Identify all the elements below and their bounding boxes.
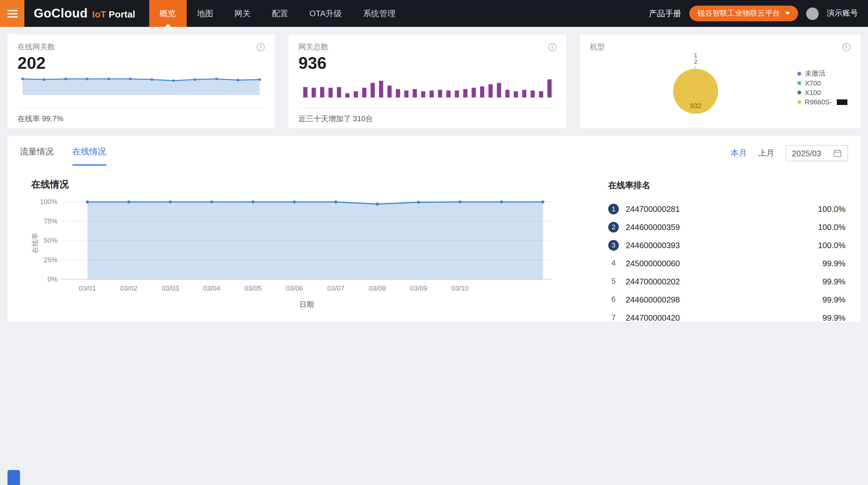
x-tick-label: 03/10: [452, 284, 469, 292]
spark-point: [107, 78, 110, 80]
nav-item-map[interactable]: 地图: [186, 0, 224, 27]
bar: [404, 90, 408, 97]
chart-point: [210, 200, 213, 203]
chart-point: [334, 200, 338, 203]
ranking-row: 624460000029899.9%: [608, 291, 845, 309]
spark-point: [215, 78, 218, 80]
main-content: 在线网关数 i 202 在线率 99.7% 网关总数 i 936 近三十天增加了…: [0, 27, 868, 330]
gateway-id: 244600000359: [626, 223, 680, 232]
x-tick-label: 03/08: [369, 284, 386, 292]
bar: [463, 89, 467, 97]
online-rate-ranking: 在线率排名 1244700000281100.0%224460000035910…: [608, 171, 845, 327]
legend-label: X100: [805, 89, 821, 96]
y-tick-label: 25%: [44, 256, 57, 264]
this-month-button[interactable]: 本月: [731, 147, 747, 159]
chart-point: [376, 202, 379, 206]
bar: [371, 83, 375, 97]
bar: [514, 91, 518, 97]
page-root: GoCloud IoT Portal 概览地图网关配置OTA升级系统管理 产品手…: [0, 0, 868, 485]
info-icon[interactable]: i: [842, 43, 850, 51]
tenant-selector[interactable]: 锐谷智联工业物联云平台: [689, 6, 798, 21]
info-icon[interactable]: i: [548, 43, 556, 51]
online-gateways-sparkline[interactable]: [18, 74, 265, 98]
bar: [421, 91, 425, 97]
info-icon[interactable]: i: [257, 43, 265, 51]
avatar[interactable]: [806, 7, 819, 20]
legend-item-r9660s[interactable]: R9660S-: [798, 97, 848, 107]
calendar-icon: [833, 149, 842, 158]
bar: [337, 87, 341, 97]
spark-point: [21, 78, 24, 80]
chart-area-fill: [87, 202, 543, 279]
hamburger-menu-button[interactable]: [0, 0, 24, 27]
bar: [446, 90, 450, 97]
nav-menu: 概览地图网关配置OTA升级系统管理: [149, 0, 406, 27]
online-rate-value: 100.0%: [818, 223, 845, 232]
spark-point: [194, 78, 196, 81]
last-month-button[interactable]: 上月: [758, 147, 774, 159]
hamburger-icon: [7, 16, 17, 17]
pie-small-label: 1: [694, 53, 697, 59]
online-rate-value: 99.9%: [823, 259, 845, 268]
online-rate-chart[interactable]: 100%75%50%25%0%在线率03/0103/0203/0303/0403…: [31, 193, 569, 312]
x-tick-label: 03/06: [286, 284, 303, 292]
spark-area: [23, 79, 259, 95]
month-picker[interactable]: 2025/03: [785, 145, 848, 161]
y-tick-label: 75%: [44, 217, 57, 225]
spark-point: [129, 78, 131, 80]
legend-item-x700[interactable]: X700: [798, 78, 848, 87]
bar: [387, 85, 391, 97]
card-header: 在线网关数 i: [18, 42, 265, 53]
card-title: 网关总数: [299, 42, 329, 53]
total-gateways-value: 936: [299, 54, 556, 73]
online-gateways-value: 202: [18, 54, 265, 73]
nav-item-overview[interactable]: 概览: [149, 0, 186, 27]
logo-suffix: Portal: [108, 9, 135, 19]
models-card-body: 12932 未激活X700X100R9660S-: [590, 53, 850, 124]
chevron-down-icon: [785, 12, 790, 15]
total-gateways-barchart[interactable]: [299, 77, 556, 99]
product-manual-link[interactable]: 产品手册: [649, 8, 681, 19]
nav-item-gateway[interactable]: 网关: [224, 0, 261, 27]
ranking-row: 2244600000359100.0%: [608, 218, 845, 236]
spark-point: [172, 79, 175, 82]
panel-tabs: 流量情况在线情况: [20, 146, 106, 165]
online-rate-chart-area: 在线情况 100%75%50%25%0%在线率03/0103/0203/0303…: [31, 171, 569, 327]
nav-item-config[interactable]: 配置: [261, 0, 299, 27]
models-card: 机型 i 12932 未激活X700X100R9660S-: [580, 34, 861, 128]
legend-color-dot: [798, 81, 801, 85]
online-rate-footer: 在线率 99.7%: [18, 109, 265, 128]
nav-item-system-admin[interactable]: 系统管理: [352, 0, 406, 27]
legend-label: 未激活: [805, 69, 826, 78]
panel-body: 在线情况 100%75%50%25%0%在线率03/0103/0203/0303…: [7, 166, 861, 327]
tab-online[interactable]: 在线情况: [72, 146, 106, 165]
legend-item-inactive[interactable]: 未激活: [798, 69, 848, 78]
bar: [480, 86, 484, 97]
chart-title: 在线情况: [31, 179, 569, 191]
account-name[interactable]: 演示账号: [827, 8, 858, 19]
floating-action-button[interactable]: [7, 470, 20, 485]
rank-badge: 2: [608, 222, 619, 232]
models-pie-chart[interactable]: 12932: [655, 50, 736, 124]
tab-traffic[interactable]: 流量情况: [20, 146, 54, 165]
nav-item-ota-upgrade[interactable]: OTA升级: [299, 0, 352, 27]
x-tick-label: 03/03: [162, 284, 179, 292]
spark-point: [151, 78, 153, 81]
ranking-title: 在线率排名: [608, 180, 845, 191]
y-tick-label: 0%: [48, 275, 57, 283]
spark-point: [258, 78, 261, 81]
rank-number: 7: [608, 313, 619, 323]
x-tick-label: 03/02: [120, 284, 137, 292]
x-tick-label: 03/01: [79, 284, 96, 292]
legend-color-dot: [798, 72, 801, 75]
legend-item-x100[interactable]: X100: [798, 88, 848, 97]
chart-point: [500, 200, 503, 203]
gateway-id: 244600000393: [626, 240, 680, 250]
pie-small-label: 2: [694, 59, 697, 65]
bar: [455, 90, 459, 97]
bar: [505, 90, 509, 97]
spark-point: [86, 78, 88, 80]
rank-number: 6: [608, 294, 619, 305]
navbar-right: 产品手册 锐谷智联工业物联云平台 演示账号: [649, 6, 868, 21]
growth-footer: 近三十天增加了 310台: [299, 109, 556, 128]
